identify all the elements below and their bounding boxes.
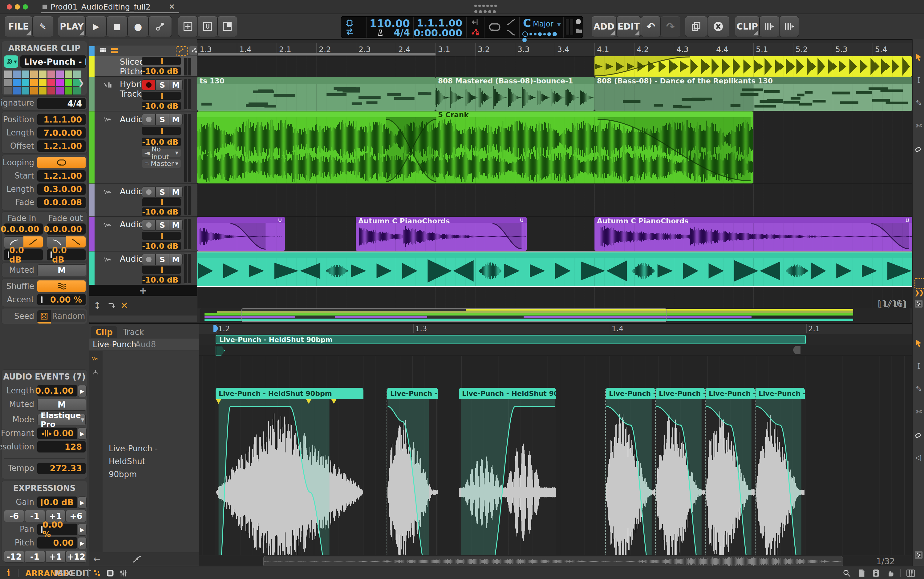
palette-color[interactable] xyxy=(30,87,38,95)
length-field[interactable]: 7.0.0.00 xyxy=(37,127,86,139)
clip-autumn-piano-chords-2[interactable]: Autumn C PianoChords xyxy=(595,217,912,251)
palette-color[interactable] xyxy=(30,79,38,87)
audio-event-2[interactable]: Live-Punch - HeldShu xyxy=(387,388,438,567)
play-menu-button[interactable]: PLAY xyxy=(58,16,86,37)
clip-replikants-130[interactable]: ts 130 xyxy=(197,77,436,111)
clip-piano-1[interactable] xyxy=(197,217,285,251)
maximize-window-button[interactable] xyxy=(23,4,28,10)
record-arm-button[interactable] xyxy=(142,219,156,231)
mute-button[interactable]: M xyxy=(169,114,183,125)
audio-engine-segment[interactable] xyxy=(341,16,367,38)
add-track-menu-button[interactable]: ADD xyxy=(591,16,616,37)
track-header-audio7[interactable]: Audio 7 S M -10.0 dB xyxy=(95,217,197,252)
pitch-minus12-button[interactable]: -12 xyxy=(4,551,25,563)
palette-color[interactable] xyxy=(47,79,56,87)
mute-button[interactable]: M xyxy=(169,79,183,90)
track-header-sliced-pitched[interactable]: SlicedPitched -10.0 dB xyxy=(95,56,197,77)
solo-button[interactable]: S xyxy=(156,219,169,231)
audio-event-3[interactable]: Live-Punch - HeldShut 90bpm xyxy=(459,388,556,567)
palette-color[interactable] xyxy=(64,87,73,95)
clip-5-crank[interactable]: 5 Crank xyxy=(197,111,754,183)
audio-event-1[interactable]: Live-Punch - HeldShut 90bpm xyxy=(216,388,364,567)
formant-expand-icon[interactable]: ▶ xyxy=(78,428,87,440)
pre-roll-icon[interactable] xyxy=(576,19,581,25)
shuffle-toggle[interactable] xyxy=(37,280,86,292)
audition-speaker-icon[interactable]: ◁ xyxy=(914,453,923,462)
pan-slider[interactable] xyxy=(142,266,181,274)
palette-color[interactable] xyxy=(4,79,12,87)
gain-field[interactable]: 0.0 dB xyxy=(37,497,77,508)
mute-button[interactable]: M xyxy=(169,219,183,231)
palette-color[interactable] xyxy=(21,70,29,78)
pen-tool-icon-lower[interactable]: ✎ xyxy=(914,384,923,394)
palette-color[interactable] xyxy=(13,70,21,78)
gain-minus6-button[interactable]: -6 xyxy=(4,510,25,522)
solo-button[interactable]: S xyxy=(156,79,169,90)
play-time-value[interactable]: 0:00.000 xyxy=(413,27,462,39)
detail-content[interactable]: 1.2 1.3 1.4 2.1 Live-Punch - HeldShut 90… xyxy=(199,324,912,567)
fit-vertical-icon[interactable]: ↕ xyxy=(93,300,101,311)
pan-slider[interactable] xyxy=(142,127,181,135)
palette-color[interactable] xyxy=(47,87,56,95)
track-header-audio8[interactable]: Audio 8 S M -10.0 dB xyxy=(95,252,197,285)
hand-pointer-icon[interactable] xyxy=(886,569,895,577)
file-menu-button[interactable]: FILE xyxy=(5,16,32,37)
event-mute-toggle[interactable]: M xyxy=(37,399,86,411)
mute-toggle[interactable]: M xyxy=(37,264,86,276)
scatter-mode-icon[interactable] xyxy=(93,569,101,577)
single-window-icon[interactable] xyxy=(106,569,115,577)
track-header-audio5[interactable]: Audio 5 S M -10.0 dB ◄No input▼ ♒Master▼ xyxy=(95,111,197,184)
palette-color[interactable] xyxy=(47,70,56,78)
solo-button[interactable]: S xyxy=(156,114,169,125)
palette-color[interactable] xyxy=(4,70,12,78)
palette-color[interactable] xyxy=(4,87,12,95)
knife-tool-icon[interactable]: ✄ xyxy=(914,121,923,131)
loop-start-marker[interactable] xyxy=(216,346,225,355)
solo-button[interactable]: S xyxy=(156,186,169,198)
palette-color[interactable] xyxy=(64,70,73,78)
volume-field[interactable]: -10.0 dB xyxy=(142,101,181,110)
lane-header[interactable]: Live-Punch -HeldShut90bpm xyxy=(103,351,199,567)
palette-color[interactable] xyxy=(30,70,38,78)
loop-end-marker[interactable] xyxy=(793,346,801,354)
tab-close-icon[interactable]: ✕ xyxy=(169,2,175,11)
pan-slider[interactable] xyxy=(142,232,181,240)
piano-keyboard-icon[interactable] xyxy=(906,569,915,577)
clear-selection-icon[interactable]: ✕ xyxy=(120,300,128,311)
key-root-value[interactable]: C xyxy=(523,16,531,29)
record-arm-button[interactable] xyxy=(142,79,156,90)
delete-button[interactable] xyxy=(707,16,729,37)
add-grid-button[interactable] xyxy=(178,16,198,37)
audio-event-5[interactable]: Live-Punch - HeldShu xyxy=(655,388,705,567)
record-button[interactable]: ● xyxy=(128,16,149,37)
clip-mode-button[interactable]: CLIP xyxy=(735,16,760,37)
offset-field[interactable]: 1.2.1.00 xyxy=(37,141,86,152)
mute-button[interactable]: M xyxy=(169,186,183,198)
detail-scrollbar[interactable]: 1/32 xyxy=(199,555,912,567)
pitch-minus1-button[interactable]: -1 xyxy=(25,551,45,563)
scale-dropdown-icon[interactable]: ▼ xyxy=(557,21,561,28)
play-button[interactable]: ▶ xyxy=(86,16,106,37)
clip-dance-of-the-replikants[interactable]: 808 (Bass-08) - Dance of the Replikants … xyxy=(595,77,912,111)
fast-forward-icon[interactable]: ❯❯❯ xyxy=(914,289,924,296)
mute-button[interactable]: M xyxy=(169,254,183,265)
palette-color[interactable] xyxy=(56,70,64,78)
position-field[interactable]: 1.1.1.00 xyxy=(37,114,86,125)
punch-segment[interactable] xyxy=(466,16,485,38)
automation-follow-icon[interactable] xyxy=(176,46,188,56)
solo-button[interactable]: S xyxy=(156,254,169,265)
tab-clip[interactable]: Clip xyxy=(91,326,117,338)
resolution-field[interactable]: 128 xyxy=(37,441,86,453)
fade-field[interactable]: 0.0.0.08 xyxy=(37,197,86,208)
pen-tool-icon[interactable]: ✎ xyxy=(914,98,923,108)
search-icon[interactable] xyxy=(842,569,851,577)
view-mix[interactable]: MIX xyxy=(55,569,72,578)
palette-more-icon[interactable]: ❯ xyxy=(78,78,84,87)
palette-color[interactable] xyxy=(64,79,73,87)
gain-minus1-button[interactable]: -1 xyxy=(25,510,45,522)
detail-events-region[interactable]: Live-Punch - HeldShut 90bpm Live-Punch -… xyxy=(199,356,912,555)
looping-toggle[interactable] xyxy=(37,157,86,168)
cycle-region-bar[interactable] xyxy=(198,53,436,56)
palette-color[interactable] xyxy=(13,79,21,87)
arrangement-overview[interactable] xyxy=(200,308,911,322)
